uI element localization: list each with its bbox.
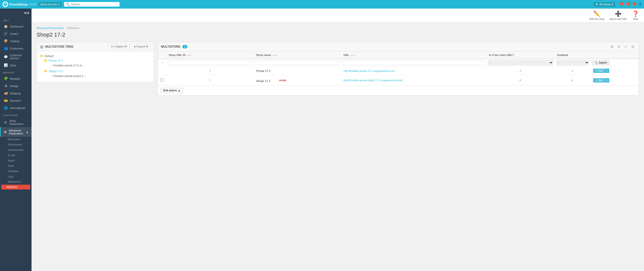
payment-icon: 💳	[4, 99, 8, 102]
th-url[interactable]: URL ▲▼	[341, 51, 486, 59]
th-shop-url-id[interactable]: Shop URL ID ▲▼	[166, 51, 254, 59]
row1-id: 1	[166, 67, 254, 75]
breadcrumb: Advanced Parameters / Multistore	[37, 26, 639, 30]
sidebar-sub-logs[interactable]: Logs	[0, 174, 32, 179]
row2-enabled: ✓	[555, 75, 591, 86]
sidebar-item-international[interactable]: 🌐 International	[0, 104, 32, 112]
orders-notifications[interactable]: 🛒 0	[619, 3, 622, 6]
sidebar-item-label: Shipping	[10, 92, 21, 95]
more-tool-button[interactable]: ☰	[630, 44, 636, 49]
filter-name-input[interactable]	[255, 60, 339, 65]
sidebar-sub-information[interactable]: Information	[0, 137, 32, 142]
edit-shop-action[interactable]: ✏️ Edit this shop	[589, 11, 604, 20]
sidebar-item-label: International	[10, 106, 25, 110]
table-header-row: Shop URL ID ▲▼ Shop name ▲▼ URL ▲▼	[158, 51, 639, 59]
filter-enabled-select[interactable]: - Yes No	[556, 60, 589, 65]
tree-node-presta-url[interactable]: • frontdev-presta-17-2.vi...	[51, 63, 151, 68]
main-layout: ◀◀ SELL 🏠 Dashboard 🛒 Orders 📦 Catalog 👥…	[0, 9, 644, 271]
tree-node-default[interactable]: 📁 Default	[40, 54, 151, 58]
sidebar-item-stats[interactable]: 📊 Stats	[0, 62, 32, 69]
row2-checkbox[interactable]	[160, 78, 164, 82]
bulk-actions-row: Bulk actions ▲	[158, 86, 639, 95]
sidebar-sub-webservice[interactable]: Webservice	[0, 179, 32, 184]
stats-icon: 📊	[4, 63, 8, 67]
sidebar-item-modules[interactable]: 🧩 Modules	[0, 75, 32, 82]
tree-node-presta[interactable]: 📁 Presta 17-2	[44, 58, 151, 63]
fullscreen-tool-button[interactable]: ⤢	[623, 44, 629, 49]
row1-edit-button[interactable]: ✏ Edit	[593, 69, 605, 73]
row1-url-link[interactable]: http://frontdev-presta-17-2.vivapayments…	[344, 70, 395, 72]
adv-params-icon: ⚙	[4, 130, 7, 134]
expand-all-button[interactable]: ⊞ Expand All	[131, 44, 151, 49]
sidebar-item-label: Orders	[10, 32, 18, 35]
folder-icon: 📁	[40, 54, 44, 58]
sidebar-sub-team[interactable]: Team	[0, 163, 32, 169]
help-action[interactable]: ❓ Help	[632, 11, 639, 20]
quick-access-button[interactable]: Quick Access ▾	[38, 2, 62, 7]
logo-icon: P	[3, 2, 8, 7]
sidebar-item-payment[interactable]: 💳 Payment	[0, 97, 32, 104]
updates-badge: 3	[633, 2, 636, 6]
row1-edit-group: ✏ Edit ▾	[593, 69, 636, 73]
tree-panel: 🏢 MULTISTORE TREE ⊟ Collapse All ⊞ Expan…	[37, 42, 154, 82]
row1-checkbox-cell	[158, 67, 166, 75]
breadcrumb-parent[interactable]: Advanced Parameters	[37, 26, 64, 30]
sidebar-item-design[interactable]: 🖥 Design	[0, 82, 32, 90]
row2-actions: ✏ Edit ▾	[591, 75, 639, 86]
table-row: 1 Presta 17-2 http://frontdev-presta-17-…	[158, 67, 639, 75]
sidebar-item-label: Stats	[10, 64, 16, 67]
tree-node-shop2[interactable]: 📁 Shop2 17-2	[44, 69, 151, 73]
panels-row: 🏢 MULTISTORE TREE ⊟ Collapse All ⊞ Expan…	[37, 42, 639, 95]
messages-notifications[interactable]: 💬 0	[626, 3, 628, 6]
filter-id-cell	[166, 59, 254, 67]
sidebar-item-advanced-parameters[interactable]: ⚙ Advanced Parameters ▲	[0, 127, 32, 137]
tree-panel-actions: ⊟ Collapse All ⊞ Expand All	[109, 44, 151, 49]
row2-edit-dropdown[interactable]: ▾	[605, 78, 609, 83]
updates-notifications[interactable]: 🔔 3	[632, 3, 635, 6]
th-shop-name[interactable]: Shop name ▲▼	[254, 51, 341, 59]
sidebar-item-catalog[interactable]: 📦 Catalog	[0, 37, 32, 45]
collapse-all-button[interactable]: ⊟ Collapse All	[109, 44, 129, 49]
add-url-action[interactable]: ➕ Add a new URL	[609, 11, 627, 20]
search-input[interactable]	[71, 3, 111, 6]
tree-panel-title: 🏢 MULTISTORE TREE	[40, 45, 73, 48]
sidebar-sub-import[interactable]: Import	[0, 158, 32, 163]
row2-shop-name: Shop2 17-2 ⟹	[254, 75, 341, 86]
sidebar-sub-multistore[interactable]: Multistore	[1, 185, 30, 189]
tree-group-default: 📁 Default 📁 Presta 17-2 •	[40, 54, 151, 78]
row2-edit-button[interactable]: ✏ Edit	[593, 78, 605, 83]
sidebar-item-shop-parameters[interactable]: ⚙ Shop Parameters	[0, 118, 32, 127]
row1-edit-dropdown[interactable]: ▾	[605, 69, 609, 73]
app-version: 1.7.7.8	[29, 3, 36, 6]
row2-checkbox-cell	[158, 75, 166, 86]
tree-node-shop2-url[interactable]: • frontdev-presta-shop2-1...	[51, 73, 151, 78]
sidebar-toggle[interactable]: ◀◀	[0, 9, 32, 17]
filter-id-input[interactable]	[168, 60, 252, 65]
filter-search-button[interactable]: 🔍 Search	[592, 60, 610, 65]
sidebar: ◀◀ SELL 🏠 Dashboard 🛒 Orders 📦 Catalog 👥…	[0, 9, 32, 271]
row2-url-link[interactable]: http://frontdev-presta-shop2-17-2.vivapa…	[344, 79, 403, 82]
sidebar-sub-administration[interactable]: Administration	[0, 147, 32, 153]
sidebar-item-shipping[interactable]: 🚚 Shipping	[0, 90, 32, 97]
sidebar-item-customer-service[interactable]: 💬 Customer Service	[0, 52, 32, 62]
refresh-tool-button[interactable]: ↻	[616, 44, 622, 49]
sidebar-item-label: Customer Service	[10, 54, 29, 60]
sidebar-sub-email[interactable]: E-mail	[0, 153, 32, 158]
sidebar-item-dashboard[interactable]: 🏠 Dashboard	[0, 23, 32, 30]
arrow-annotation: ⟹	[279, 77, 286, 83]
filter-minus: −	[158, 59, 166, 67]
sidebar-sub-database[interactable]: Database	[0, 169, 32, 174]
tree-node-label: frontdev-presta-17-2.vi...	[54, 64, 84, 67]
shipping-icon: 🚚	[4, 91, 8, 95]
shop-params-icon: ⚙	[4, 121, 7, 124]
settings-tool-button[interactable]: ⚙	[609, 44, 615, 49]
content-area: ✏️ Edit this shop ➕ Add a new URL ❓ Help…	[32, 9, 644, 271]
sidebar-sub-performance[interactable]: Performance	[0, 142, 32, 147]
sidebar-item-orders[interactable]: 🛒 Orders	[0, 30, 32, 37]
profile-button[interactable]: 👤	[639, 3, 641, 6]
sidebar-item-customers[interactable]: 👥 Customers	[0, 45, 32, 52]
filter-url-input[interactable]	[343, 60, 485, 65]
bulk-actions-button[interactable]: Bulk actions ▲	[160, 88, 183, 93]
all-shops-button[interactable]: 👁 All shops ▾	[594, 2, 615, 7]
filter-main-url-select[interactable]: - Yes No	[488, 60, 553, 65]
